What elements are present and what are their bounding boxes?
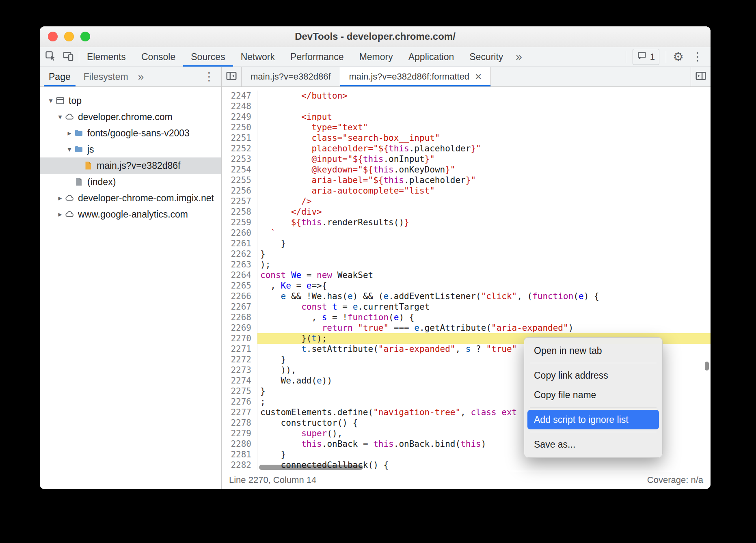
line-number[interactable]: 2255 [222, 175, 257, 185]
line-number[interactable]: 2260 [222, 228, 257, 238]
line-number[interactable]: 2256 [222, 185, 257, 196]
menu-item-add-script-to-ignore-list[interactable]: Add script to ignore list [527, 410, 659, 429]
sidebar-tab-filesystem[interactable]: Filesystem [77, 67, 135, 86]
line-number[interactable]: 2258 [222, 207, 257, 217]
console-messages-button[interactable]: 1 [633, 49, 659, 65]
toggle-navigator-button[interactable] [222, 67, 242, 86]
sidebar-more-options-icon[interactable]: ⋮ [202, 71, 216, 82]
close-window-button[interactable] [48, 32, 58, 41]
code-line[interactable]: 2263); [222, 259, 711, 270]
line-number[interactable]: 2277 [222, 407, 257, 418]
tab-memory[interactable]: Memory [352, 47, 401, 67]
line-number[interactable]: 2282 [222, 460, 257, 470]
code-line[interactable]: 2251 class="search-box__input" [222, 133, 711, 143]
line-number[interactable]: 2276 [222, 396, 257, 407]
chevron-right-icon[interactable]: ▸ [56, 194, 65, 203]
code-line[interactable]: 2250 type="text" [222, 122, 711, 133]
code-line[interactable]: 2254 @keydown="${this.onKeyDown}" [222, 164, 711, 175]
line-number[interactable]: 2266 [222, 291, 257, 302]
line-number[interactable]: 2281 [222, 449, 257, 460]
tab-elements[interactable]: Elements [79, 47, 134, 67]
inspect-element-icon[interactable] [45, 50, 56, 63]
chevron-down-icon[interactable]: ▾ [46, 96, 55, 105]
menu-item-save-as[interactable]: Save as... [527, 435, 659, 454]
code-line[interactable]: 2262} [222, 249, 711, 259]
line-number[interactable]: 2268 [222, 312, 257, 323]
line-number[interactable]: 2271 [222, 344, 257, 354]
tab-performance[interactable]: Performance [283, 47, 352, 67]
line-number[interactable]: 2252 [222, 143, 257, 154]
line-number[interactable]: 2278 [222, 418, 257, 428]
line-number[interactable]: 2280 [222, 439, 257, 449]
tab-security[interactable]: Security [462, 47, 511, 67]
device-toolbar-icon[interactable] [63, 50, 74, 63]
code-line[interactable]: 2264const We = new WeakSet [222, 270, 711, 280]
line-number[interactable]: 2259 [222, 217, 257, 228]
tree-item-www-google-analytics-com[interactable]: ▸www.google-analytics.com [40, 206, 221, 222]
code-line[interactable]: 2267 const t = e.currentTarget [222, 302, 711, 312]
line-number[interactable]: 2275 [222, 386, 257, 396]
code-line[interactable]: 2268 , s = !function(e) { [222, 312, 711, 323]
menu-item-copy-link-address[interactable]: Copy link address [527, 366, 659, 385]
line-number[interactable]: 2247 [222, 90, 257, 101]
menu-item-copy-file-name[interactable]: Copy file name [527, 385, 659, 405]
line-number[interactable]: 2264 [222, 270, 257, 280]
tree-item-index[interactable]: (index) [40, 174, 221, 190]
chevron-right-icon[interactable]: ▸ [56, 210, 65, 219]
code-line[interactable]: 2253 @input="${this.onInput}" [222, 154, 711, 164]
vertical-scrollbar-thumb[interactable] [705, 362, 709, 371]
tree-item-main-js-v-e382d86f[interactable]: main.js?v=e382d86f [40, 157, 221, 174]
code-line[interactable]: 2252 placeholder="${this.placeholder}" [222, 143, 711, 154]
chevron-down-icon[interactable]: ▾ [65, 145, 74, 154]
close-tab-icon[interactable]: × [475, 71, 482, 82]
code-line[interactable]: 2248 [222, 101, 711, 112]
code-line[interactable]: 2260 ` [222, 228, 711, 238]
code-line[interactable]: 2258 </div> [222, 207, 711, 217]
line-number[interactable]: 2279 [222, 428, 257, 439]
line-number[interactable]: 2270 [222, 333, 257, 344]
line-number[interactable]: 2267 [222, 302, 257, 312]
more-tabs-icon[interactable]: » [511, 47, 527, 67]
chevron-right-icon[interactable]: ▸ [65, 129, 74, 138]
code-line[interactable]: 2282 connectedCallback() { [222, 460, 711, 470]
line-number[interactable]: 2248 [222, 101, 257, 112]
code-line[interactable]: 2256 aria-autocomplete="list" [222, 185, 711, 196]
tree-item-developer-chrome-com-imgix-net[interactable]: ▸developer-chrome-com.imgix.net [40, 190, 221, 206]
menu-item-open-in-new-tab[interactable]: Open in new tab [527, 341, 659, 360]
line-number[interactable]: 2265 [222, 280, 257, 291]
line-number[interactable]: 2269 [222, 323, 257, 333]
line-number[interactable]: 2274 [222, 375, 257, 386]
minimize-window-button[interactable] [64, 32, 74, 41]
code-line[interactable]: 2255 aria-label="${this.placeholder}" [222, 175, 711, 185]
sidebar-more-tabs-icon[interactable]: » [135, 67, 147, 86]
editor-tab-main-js-v-e382d86f[interactable]: main.js?v=e382d86f [242, 67, 340, 86]
code-line[interactable]: 2266 e && !We.has(e) && (e.addEventListe… [222, 291, 711, 302]
line-number[interactable]: 2250 [222, 122, 257, 133]
line-number[interactable]: 2272 [222, 354, 257, 365]
zoom-window-button[interactable] [80, 32, 90, 41]
line-number[interactable]: 2261 [222, 238, 257, 249]
more-options-icon[interactable]: ⋮ [690, 51, 705, 62]
code-line[interactable]: 2259 ${this.renderResults()} [222, 217, 711, 228]
editor-tab-main-js-v-e382d86f-formatted[interactable]: main.js?v=e382d86f:formatted× [340, 67, 491, 86]
line-number[interactable]: 2257 [222, 196, 257, 207]
code-line[interactable]: 2249 <input [222, 112, 711, 122]
tab-application[interactable]: Application [401, 47, 462, 67]
code-line[interactable]: 2261 } [222, 238, 711, 249]
line-number[interactable]: 2263 [222, 259, 257, 270]
tree-item-developer-chrome-com[interactable]: ▾developer.chrome.com [40, 109, 221, 125]
line-number[interactable]: 2249 [222, 112, 257, 122]
line-number[interactable]: 2253 [222, 154, 257, 164]
gear-icon[interactable]: ⚙ [673, 51, 684, 63]
code-line[interactable]: 2257 /> [222, 196, 711, 207]
tree-item-top[interactable]: ▾top [40, 93, 221, 109]
code-line[interactable]: 2247 </button> [222, 90, 711, 101]
tab-sources[interactable]: Sources [183, 47, 233, 67]
code-line[interactable]: 2265 , Ke = e=>{ [222, 280, 711, 291]
chevron-down-icon[interactable]: ▾ [56, 112, 65, 121]
titlebar[interactable]: DevTools - developer.chrome.com/ [40, 26, 711, 47]
tab-network[interactable]: Network [233, 47, 283, 67]
line-number[interactable]: 2254 [222, 164, 257, 175]
toggle-debugger-button[interactable] [691, 67, 711, 86]
tree-item-fonts-google-sans-v2003[interactable]: ▸fonts/google-sans-v2003 [40, 125, 221, 141]
